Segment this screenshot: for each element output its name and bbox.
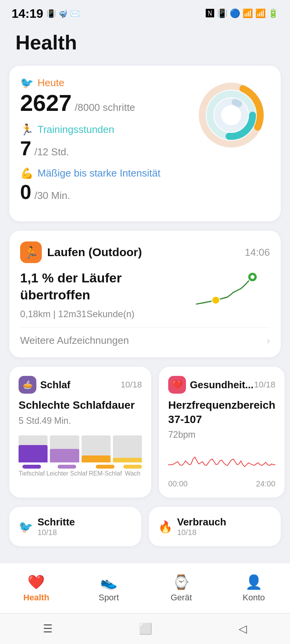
health-title: Gesundheit... [190,379,254,391]
sport-nav-label: Sport [99,593,119,603]
sleep-legend-light: Leichter Schlaf [46,465,87,477]
sleep-duration: 5 Std.49 Min. [19,416,142,426]
running-title: Laufen (Outdoor) [47,246,142,259]
health-date: 10/18 [254,380,275,390]
nav-sport[interactable]: 👟 Sport [73,563,145,613]
sleep-bars-chart: Tiefschlaf Leichter Schlaf REM-Schlaf Wa… [19,432,142,477]
training-icon: 🏃 [20,123,34,136]
training-label: Trainingsstunden [38,124,114,136]
running-headline: 1,1 % der Läufer übertroffen [20,269,185,303]
sleep-card: 🥧 Schlaf 10/18 Schlechte Schlafdauer 5 S… [9,367,151,498]
health-bpm: 72bpm [168,430,275,440]
intensity-label-row: 💪 Mäßige bis starke Intensität [20,167,193,180]
running-map [185,269,270,316]
page-title: Health [0,27,290,66]
sleep-legend: Tiefschlaf Leichter Schlaf REM-Schlaf Wa… [19,465,142,477]
android-back-icon[interactable]: ◁ [239,622,247,635]
intensity-label: Mäßige bis starke Intensität [38,167,160,179]
sleep-legend-deep: Tiefschlaf [19,465,45,477]
more-records-text: Weitere Aufzeichnungen [20,335,129,347]
sleep-title-row: 🥧 Schlaf [19,376,70,394]
health-headline: Herzfrequenzbereich 37-107 [168,398,275,427]
partial-cards-row: 🐦 Schritte 10/18 🔥 Verbrauch 10/18 [9,507,281,546]
health-card-header: ❤️ Gesundheit... 10/18 [168,376,275,394]
status-bar: 14:19 📳 🤿 ✉️ 🅽 📳 🔵 📶 📶 🔋 [0,0,290,27]
sport-nav-icon: 👟 [100,574,118,590]
intensity-metric: 💪 Mäßige bis starke Intensität 0 /30 Min… [20,167,193,204]
health-card: ❤️ Gesundheit... 10/18 Herzfrequenzberei… [159,367,285,498]
chart-time-start: 00:00 [168,479,188,488]
running-sub: 0,18km | 12m31Sekunde(n) [20,309,185,319]
steps-value: 2627 [20,92,72,115]
verbrauch-partial-date: 10/18 [177,528,226,537]
activity-donut-chart [193,76,270,154]
sleep-title: Schlaf [40,379,70,391]
status-left: 14:19 📳 🤿 ✉️ [12,7,80,21]
chart-time-end: 24:00 [256,479,275,488]
verbrauch-partial-icon: 🔥 [158,520,172,534]
training-metric: 🏃 Trainingsstunden 7 /12 Std. [20,123,193,160]
sleep-headline: Schlechte Schlafdauer [19,398,142,412]
sleep-card-header: 🥧 Schlaf 10/18 [19,376,142,394]
konto-nav-label: Konto [243,593,265,603]
sleep-legend-awake: Wach [123,465,142,477]
running-body: 1,1 % der Läufer übertroffen 0,18km | 12… [20,269,270,319]
chevron-right-icon: › [267,335,270,346]
today-icon: 🐦 [20,76,34,89]
status-app-icons: 📳 🤿 ✉️ [46,9,80,18]
svg-point-8 [251,275,254,279]
steps-partial-card: 🐦 Schritte 10/18 [9,507,141,546]
today-label-row: 🐦 Heute [20,76,193,89]
small-cards-row: 🥧 Schlaf 10/18 Schlechte Schlafdauer 5 S… [9,367,281,498]
running-icon: 🏃 [20,241,42,263]
android-nav: ☰ ⬜ ◁ [0,613,290,644]
svg-point-6 [212,296,220,304]
verbrauch-partial-title: Verbrauch [177,516,226,528]
konto-nav-icon: 👤 [245,574,263,590]
steps-unit: /8000 schritte [75,102,135,114]
training-unit: /12 Std. [34,146,69,158]
android-home-icon[interactable]: ⬜ [139,622,152,635]
status-right: 🅽 📳 🔵 📶 📶 🔋 [206,8,278,19]
steps-partial-icon: 🐦 [19,520,33,534]
nav-gerat[interactable]: ⌚ Gerät [145,563,218,613]
activity-left: 🐦 Heute 2627 /8000 schritte 🏃 Trainingss… [20,76,193,211]
running-stats: 1,1 % der Läufer übertroffen 0,18km | 12… [20,269,185,319]
running-card-header: 🏃 Laufen (Outdoor) 14:06 [20,241,270,263]
intensity-value: 0 [20,182,31,202]
sleep-legend-rem: REM-Schlaf [89,465,122,477]
gerat-nav-label: Gerät [171,593,192,603]
steps-partial-date: 10/18 [38,528,75,537]
steps-metric: 🐦 Heute 2627 /8000 schritte [20,76,193,116]
intensity-icon: 💪 [20,167,34,180]
health-nav-icon: ❤️ [27,574,45,590]
sleep-icon: 🥧 [19,376,36,394]
running-time: 14:06 [245,246,270,258]
running-card: 🏃 Laufen (Outdoor) 14:06 1,1 % der Läufe… [9,231,281,357]
training-label-row: 🏃 Trainingsstunden [20,123,193,136]
nav-health[interactable]: ❤️ Health [0,563,73,613]
sleep-date: 10/18 [121,380,142,390]
today-label: Heute [38,77,64,89]
steps-partial-title: Schritte [38,516,75,528]
health-title-row: ❤️ Gesundheit... [168,376,254,394]
verbrauch-partial-card: 🔥 Verbrauch 10/18 [149,507,281,546]
android-menu-icon[interactable]: ☰ [43,622,53,635]
heart-rate-chart [168,445,275,476]
health-icon: ❤️ [168,376,186,394]
activity-card: 🐦 Heute 2627 /8000 schritte 🏃 Trainingss… [9,66,281,221]
intensity-unit: /30 Min. [34,190,70,202]
more-records[interactable]: Weitere Aufzeichnungen › [20,327,270,347]
status-system-icons: 🅽 📳 🔵 📶 📶 🔋 [206,8,278,19]
nav-konto[interactable]: 👤 Konto [218,563,290,613]
health-nav-label: Health [23,593,49,603]
running-card-title-row: 🏃 Laufen (Outdoor) [20,241,142,263]
chart-time-row: 00:00 24:00 [168,479,275,488]
gerat-nav-icon: ⌚ [172,574,190,590]
training-value: 7 [20,138,31,158]
bottom-nav: ❤️ Health 👟 Sport ⌚ Gerät 👤 Konto [0,563,290,613]
status-time: 14:19 [12,7,43,21]
sleep-bar-row [19,432,142,462]
